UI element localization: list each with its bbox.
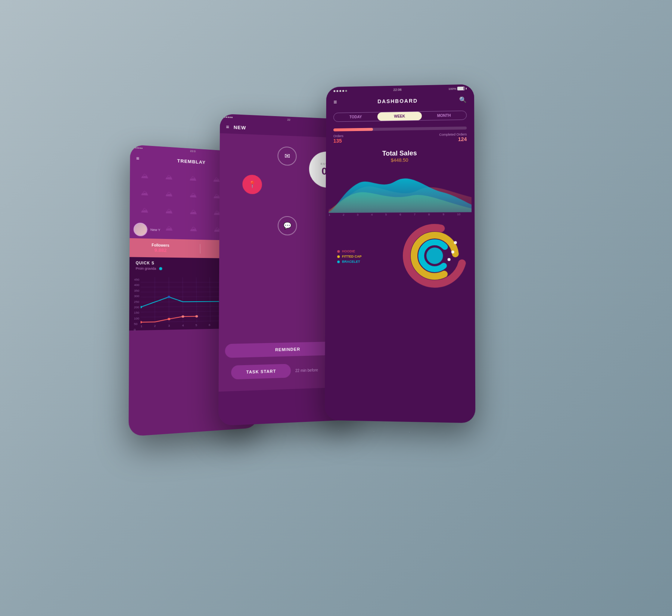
p3-dot-4 (342, 90, 344, 92)
p3-legend-fitted-cap: FITTED CAP (337, 255, 361, 258)
p3-orders-left: Orders 135 (333, 134, 343, 144)
battery-rect (457, 87, 465, 90)
p3-title: DASHBOARD (377, 97, 418, 104)
hamburger-icon[interactable]: ≡ (136, 155, 139, 161)
svg-text:5: 5 (385, 213, 387, 216)
p3-orders-value: 135 (333, 138, 343, 144)
p2-task-start-button[interactable]: TASK START (231, 364, 291, 380)
hoodie-dot (337, 250, 340, 253)
p1-location: New Y (150, 228, 161, 232)
p1-y-450: 450 (134, 277, 139, 283)
svg-text:2: 2 (154, 324, 156, 327)
p3-orders-label: Orders (333, 134, 343, 138)
p3-header: ≡ DASHBOARD 🔍 (326, 92, 474, 109)
svg-point-43 (426, 248, 443, 264)
mountain-icon: ⛰ (133, 202, 156, 219)
fitted-cap-dot (337, 255, 340, 258)
svg-text:5: 5 (196, 324, 197, 327)
p3-completed-value: 124 (439, 136, 467, 143)
p3-area-chart-container: 1 2 3 4 5 6 7 8 9 10 (326, 164, 475, 218)
p3-search-icon[interactable]: 🔍 (459, 96, 467, 103)
battery-tip (466, 87, 467, 89)
p3-legend: HOODIE FITTED CAP BRACELET (337, 249, 361, 264)
mountain-icon: ⛰ (158, 203, 181, 219)
tab-today[interactable]: TODAY (334, 112, 377, 121)
p1-y-200: 200 (134, 305, 139, 310)
p2-location-container: 📍 (242, 175, 262, 195)
p1-stat-followers: Followers 9.882 (152, 243, 169, 253)
p3-orders-section: Orders 135 Completed Orders 124 (326, 124, 474, 147)
svg-text:7: 7 (414, 213, 416, 216)
mountain-icon: ⛰ (182, 221, 205, 237)
tab-week[interactable]: WEEK (377, 112, 421, 121)
svg-text:8: 8 (428, 213, 430, 216)
svg-text:3: 3 (357, 213, 359, 217)
p1-y-100: 100 (134, 316, 139, 321)
p1-followers-label: Followers (152, 243, 169, 248)
battery-fill (458, 87, 464, 90)
p1-title: TREMBLAY (177, 158, 206, 165)
svg-text:4: 4 (182, 324, 184, 327)
p3-progress-bar (333, 127, 467, 131)
p3-donut-chart (401, 222, 469, 290)
p1-time: 22:0 (190, 149, 196, 153)
p3-dot-5 (345, 90, 347, 91)
svg-text:1: 1 (141, 325, 143, 327)
p2-mail-icon-container: ✉ (277, 146, 296, 166)
mountain-icon: ⛰ (182, 204, 205, 220)
p2-title: NEW (234, 124, 246, 130)
svg-text:2: 2 (343, 213, 345, 217)
p3-tabs: TODAY WEEK MONTH (333, 111, 467, 122)
p1-y-50: 50 (134, 321, 139, 327)
p2-location-button[interactable]: 📍 (242, 175, 262, 195)
p1-y-0: 0 (134, 327, 139, 333)
p3-dot-1 (333, 90, 335, 92)
svg-point-18 (141, 321, 142, 323)
svg-text:10: 10 (457, 212, 461, 216)
mountain-icon: ⛰ (133, 168, 156, 184)
p1-y-300: 300 (134, 294, 139, 299)
svg-point-46 (448, 258, 451, 261)
p3-area-chart: 1 2 3 4 5 6 7 8 9 10 (329, 164, 472, 217)
svg-point-20 (182, 315, 184, 318)
bracelet-label: BRACELET (342, 260, 360, 264)
p1-quick-dot (159, 267, 162, 270)
p1-y-250: 250 (134, 299, 139, 305)
p2-chat-button[interactable]: 💬 (278, 216, 297, 236)
hoodie-label: HOODIE (342, 249, 355, 253)
p1-y-350: 350 (134, 288, 139, 294)
p1-y-labels: 450 400 350 300 250 200 150 100 50 0 (134, 277, 139, 327)
mountain-icon: ⛰ (182, 170, 204, 187)
p1-y-400: 400 (134, 283, 139, 288)
p2-task-time-label: 22 min before (295, 368, 318, 373)
mountain-icon: ⛰ (158, 169, 180, 185)
phone-3: 22:06 100% ≡ DASHBOARD 🔍 TODAY WEEK MONT… (325, 84, 476, 423)
p3-legend-bracelet: BRACELET (337, 260, 361, 264)
p3-donut-container (401, 222, 469, 292)
p3-hamburger-icon[interactable]: ≡ (333, 99, 337, 105)
p1-profile-row: New Y (134, 223, 161, 237)
svg-text:6: 6 (209, 323, 211, 327)
svg-text:3: 3 (168, 324, 170, 327)
p3-orders-right: Completed Orders 124 (439, 133, 467, 143)
p3-orders-labels: Orders 135 Completed Orders 124 (333, 133, 467, 144)
p3-time: 22:06 (393, 88, 401, 91)
p3-progress-fill (333, 128, 373, 131)
p3-signal-dots (333, 90, 347, 92)
bracelet-dot (337, 260, 340, 263)
p2-mail-button[interactable]: ✉ (277, 146, 296, 166)
svg-point-44 (454, 241, 457, 244)
svg-text:1: 1 (329, 213, 330, 217)
p2-hamburger-icon[interactable]: ≡ (226, 124, 229, 130)
svg-text:4: 4 (371, 213, 373, 217)
tab-month[interactable]: MONTH (422, 111, 467, 120)
p2-dots: ●●●●● (224, 115, 233, 119)
scene: ●●●●● 22:0 ■■■ ≡ TREMBLAY ⛰ ⛰ ⛰ ⛰ ⛰ ⛰ ⛰ … (131, 84, 541, 532)
p1-stat-divider (200, 244, 200, 253)
p1-followers-value: 9.882 (152, 247, 169, 253)
svg-text:6: 6 (399, 213, 401, 216)
mountain-icon: ⛰ (182, 187, 204, 203)
svg-point-21 (196, 315, 198, 317)
svg-line-13 (210, 277, 211, 322)
p3-sales-value: $448.50 (326, 156, 475, 164)
